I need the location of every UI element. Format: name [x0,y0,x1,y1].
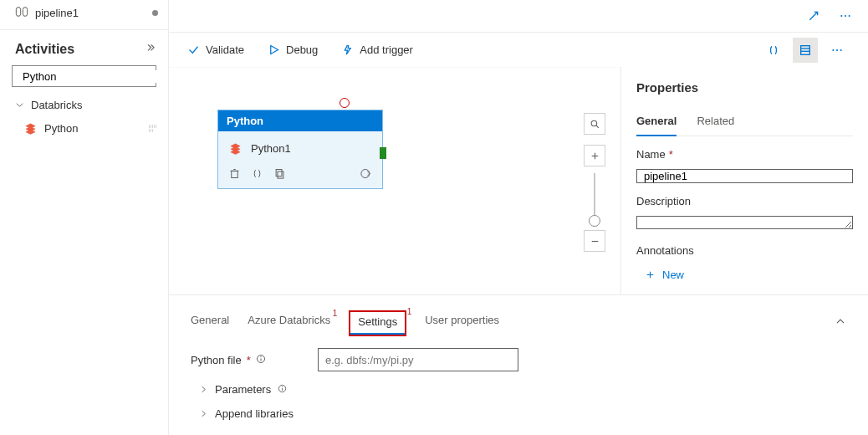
new-annotation-button[interactable]: New [636,269,853,281]
info-icon[interactable] [256,354,266,366]
description-input[interactable] [636,216,853,229]
activities-search-input[interactable] [18,70,163,83]
annotations-label: Annotations [636,244,694,257]
error-badge: 1 [333,309,338,318]
required-marker: * [669,148,673,161]
activities-search[interactable] [12,65,156,87]
databricks-icon [23,121,38,136]
config-tab-settings[interactable]: Settings 1 [349,310,406,336]
properties-toggle-icon[interactable] [793,38,818,63]
zoom-slider[interactable] [594,173,595,223]
code-icon[interactable] [251,167,263,180]
svg-line-4 [809,12,817,19]
svg-point-7 [849,15,850,17]
activities-heading: Activities [15,42,145,57]
config-tab-user[interactable]: User properties [425,314,499,333]
activity-item[interactable]: Python [0,116,168,141]
properties-heading: Properties [636,80,853,95]
prop-tab-related[interactable]: Related [697,111,734,136]
more-icon[interactable] [833,3,858,28]
name-label: Name [636,148,666,161]
zoom-in-button[interactable] [584,145,605,166]
more-actions-icon[interactable] [825,38,850,63]
info-icon[interactable] [278,383,287,396]
expand-icon[interactable] [801,3,826,28]
pipeline-icon [15,5,28,21]
svg-point-21 [591,120,597,126]
svg-point-12 [832,49,834,50]
delete-icon[interactable] [228,167,241,180]
name-input[interactable] [636,169,853,183]
parameters-label: Parameters [215,383,271,396]
svg-rect-1 [23,8,27,17]
required-marker: * [247,354,251,366]
validate-label: Validate [206,44,244,56]
new-annotation-label: New [662,269,684,281]
chevron-right-icon [199,385,208,394]
config-tab-azure[interactable]: Azure Databricks 1 [248,314,330,333]
databricks-icon [228,141,243,156]
svg-rect-18 [278,171,283,178]
python-file-input[interactable] [318,348,518,371]
svg-point-30 [261,356,262,357]
chevron-right-icon [199,409,208,418]
description-label: Description [636,195,691,207]
search-canvas-button[interactable] [584,113,605,135]
zoom-out-button[interactable] [584,230,605,252]
svg-point-13 [836,49,838,50]
error-badge: 1 [407,307,412,316]
collapse-panel-icon[interactable] [835,316,846,330]
pipeline-tab-title: pipeline1 [35,7,146,19]
svg-rect-19 [276,170,282,177]
svg-point-20 [361,170,370,178]
python-file-label: Python file [191,354,242,366]
output-port-icon[interactable] [380,147,386,159]
add-trigger-label: Add trigger [360,44,413,56]
canvas-node-type: Python [218,110,382,131]
code-view-icon[interactable] [761,38,786,63]
svg-line-22 [596,125,599,128]
append-libraries-label: Append libraries [215,407,294,420]
canvas-node-name: Python1 [251,142,291,155]
pipeline-canvas[interactable]: Python Python1 [169,67,620,294]
add-trigger-button[interactable]: Add trigger [341,44,413,56]
unsaved-indicator-icon [152,10,158,16]
svg-point-5 [840,15,842,17]
pipeline-tab[interactable]: pipeline1 [0,0,168,30]
chevron-down-icon [15,100,24,110]
copy-icon[interactable] [273,167,286,180]
debug-label: Debug [286,44,318,56]
prop-tab-general[interactable]: General [636,111,677,136]
properties-panel: Properties General Related Name* Descrip… [620,67,868,294]
zoom-slider-knob[interactable] [589,215,600,227]
svg-point-14 [840,49,842,50]
svg-rect-9 [801,45,810,54]
svg-rect-15 [232,171,238,177]
collapse-activities-icon[interactable] [145,43,156,57]
parameters-section[interactable]: Parameters [191,383,846,396]
execute-icon[interactable] [360,167,372,180]
activities-category[interactable]: Databricks [0,94,168,116]
config-panel: General Azure Databricks 1 Settings 1 Us… [169,294,868,435]
validate-button[interactable]: Validate [187,44,244,56]
svg-point-6 [845,15,846,17]
svg-marker-8 [271,46,278,54]
highlight-circle-icon [340,98,350,108]
activities-category-label: Databricks [31,99,82,111]
svg-rect-0 [16,8,20,17]
config-tab-general[interactable]: General [191,314,229,333]
debug-button[interactable]: Debug [268,44,318,56]
drag-handle-icon[interactable] [149,125,156,132]
canvas-node[interactable]: Python Python1 [217,110,383,189]
activity-item-label: Python [44,122,78,135]
append-libraries-section[interactable]: Append libraries [191,407,846,420]
